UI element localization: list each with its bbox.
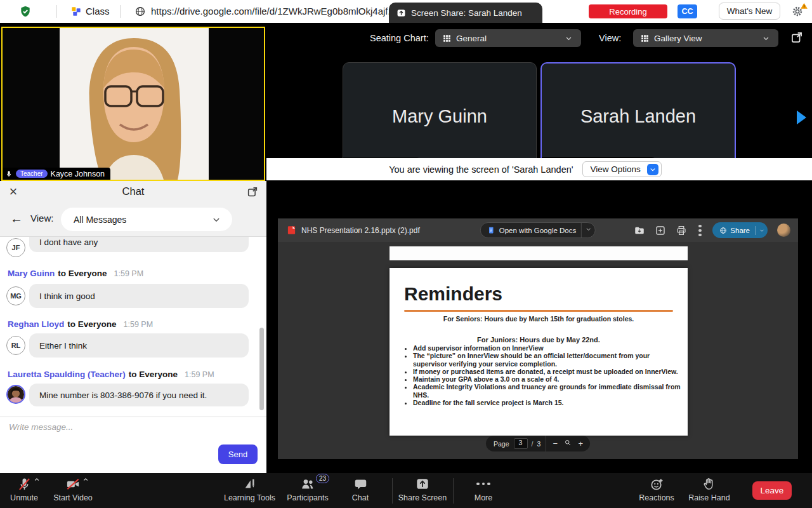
chat-popout-button[interactable] <box>245 185 260 200</box>
learning-tools-icon <box>243 476 257 492</box>
more-button[interactable]: More <box>459 476 508 502</box>
send-button[interactable]: Send <box>218 444 258 464</box>
chat-view-value: All Messages <box>74 215 211 225</box>
drive-header-actions: Share <box>634 218 790 242</box>
whats-new-button[interactable]: What's New <box>719 3 780 20</box>
settings-gear-button[interactable] <box>790 3 807 20</box>
slide-bullet: Academic Integrity Violations and truanc… <box>413 383 681 399</box>
viewing-banner-text: You are viewing the screen of 'Sarah Lan… <box>389 164 573 175</box>
self-video-tile[interactable]: Teacher Kayce Johnson <box>1 27 265 181</box>
recording-button[interactable]: Recording <box>589 4 667 18</box>
mic-muted-icon <box>17 476 32 492</box>
start-video-label: Start Video <box>53 493 93 502</box>
view-options-button[interactable]: View Options <box>582 161 662 177</box>
screen-viewing-banner: You are viewing the screen of 'Sarah Lan… <box>266 158 812 180</box>
chat-message-bubble: I dont have any <box>29 236 249 252</box>
screen-share-tab-icon <box>396 8 406 18</box>
more-label: More <box>475 493 492 502</box>
participant-tile-sarah-landen[interactable]: Sarah Landen Assistant Sarah Landen <box>540 62 736 172</box>
seating-chart-dropdown[interactable]: General <box>435 29 581 47</box>
camera-off-icon <box>65 476 81 492</box>
popout-gallery-button[interactable] <box>789 30 804 46</box>
chat-scrollbar-thumb[interactable] <box>259 328 264 410</box>
chevron-down-icon <box>761 34 771 43</box>
zoom-out-button[interactable]: − <box>549 439 561 448</box>
participant-display-name: Mary Guinn <box>343 105 536 126</box>
open-with-dropdown-arrow[interactable] <box>581 223 595 237</box>
message-input[interactable]: Write message... <box>9 422 199 432</box>
reactions-button[interactable]: Reactions <box>632 476 681 502</box>
add-comment-button[interactable] <box>655 225 666 236</box>
share-globe-icon <box>719 227 727 234</box>
tab-screen-share[interactable]: Screen Share: Sarah Landen <box>389 3 542 23</box>
class-tab-label[interactable]: Class <box>86 0 110 23</box>
participant-display-name: Sarah Landen <box>542 105 735 126</box>
raise-hand-icon <box>702 476 716 492</box>
open-with-google-docs-button[interactable]: Open with Google Docs <box>481 226 581 234</box>
chat-message-bubble: Either I think <box>29 333 249 358</box>
participant-tile-mary-guinn[interactable]: Mary Guinn Mary Guinn <box>343 62 537 172</box>
share-screen-icon <box>416 476 429 492</box>
account-avatar[interactable] <box>777 224 790 237</box>
sender-name[interactable]: Lauretta Spaulding (Teacher) <box>8 370 126 379</box>
meeting-toolbar: Unmute Start Video Learning Tools 23 Par… <box>0 473 812 508</box>
learning-tools-button[interactable]: Learning Tools <box>219 476 280 502</box>
popout-icon <box>790 36 803 46</box>
recipient: to Everyone <box>129 370 178 379</box>
class-logo-icon[interactable] <box>71 6 81 19</box>
chevron-up-icon[interactable] <box>82 476 89 485</box>
share-screen-button[interactable]: Share Screen <box>395 476 450 502</box>
grid-icon <box>443 34 451 43</box>
sender-name[interactable]: Mary Guinn <box>8 269 55 278</box>
slide-subtitle-seniors: For Seniors: Hours due by March 15th for… <box>390 315 688 323</box>
view-value: Gallery View <box>654 34 756 43</box>
participants-label: Participants <box>287 493 328 502</box>
chat-back-button[interactable]: ← <box>8 210 25 227</box>
leave-button[interactable]: Leave <box>752 481 792 500</box>
chat-composer: Write message... Send <box>0 417 266 473</box>
view-dropdown[interactable]: Gallery View <box>633 29 778 47</box>
zoom-tool-button[interactable] <box>561 439 574 448</box>
slide-bullet: Add supervisor information on InnerView <box>413 344 681 352</box>
participants-button[interactable]: 23 Participants <box>279 476 336 502</box>
raise-hand-button[interactable]: Raise Hand <box>684 476 735 502</box>
chat-view-dropdown[interactable]: All Messages <box>61 208 232 231</box>
timestamp: 1:59 PM <box>124 320 154 329</box>
share-screen-label: Share Screen <box>398 493 447 502</box>
unmute-button[interactable]: Unmute <box>4 476 44 502</box>
divider <box>56 5 56 18</box>
print-button[interactable] <box>676 225 687 236</box>
slide-bullet: If money or purchased items are donated,… <box>413 368 681 375</box>
chat-controls: ← View: All Messages <box>0 203 266 236</box>
start-video-button[interactable]: Start Video <box>47 476 99 502</box>
mic-on-icon <box>5 170 13 178</box>
share-button[interactable]: Share <box>712 227 755 234</box>
divider <box>453 478 454 504</box>
address-url[interactable]: https://drive.google.com/file/d/1ZWkJRwE… <box>151 0 396 23</box>
view-options-label: View Options <box>591 164 641 174</box>
avatar-photo <box>6 385 25 404</box>
chat-panel-title: Chat <box>0 185 266 197</box>
grid-icon <box>641 34 649 43</box>
cc-button[interactable]: CC <box>678 4 697 18</box>
share-label: Share <box>730 227 750 234</box>
recipient: to Everyone <box>58 269 107 278</box>
more-actions-kebab-button[interactable] <box>697 225 703 236</box>
slide-bullet: Maintain your GPA above a 3.0 on a scale… <box>413 375 681 383</box>
slide-bullet-list: Add supervisor information on InnerView … <box>404 344 681 406</box>
security-shield-icon <box>19 5 32 20</box>
slide-title: Reminders <box>404 283 502 305</box>
chevron-up-icon[interactable] <box>33 476 41 485</box>
document-previous-page <box>390 246 688 260</box>
page-number-input[interactable]: 3 <box>514 438 528 449</box>
self-nameplate: Teacher Kayce Johnson <box>3 168 110 180</box>
chat-button[interactable]: Chat <box>343 476 378 502</box>
chevron-down-icon <box>647 164 658 175</box>
zoom-in-button[interactable]: + <box>574 439 587 448</box>
gallery-next-arrow[interactable] <box>797 110 806 124</box>
add-to-drive-button[interactable] <box>634 225 645 236</box>
share-dropdown-arrow[interactable] <box>755 226 768 235</box>
sender-name[interactable]: Reghan Lloyd <box>8 319 64 329</box>
top-browser-bar: Class https://drive.google.com/file/d/1Z… <box>0 0 812 23</box>
page-label: Page <box>494 440 509 448</box>
